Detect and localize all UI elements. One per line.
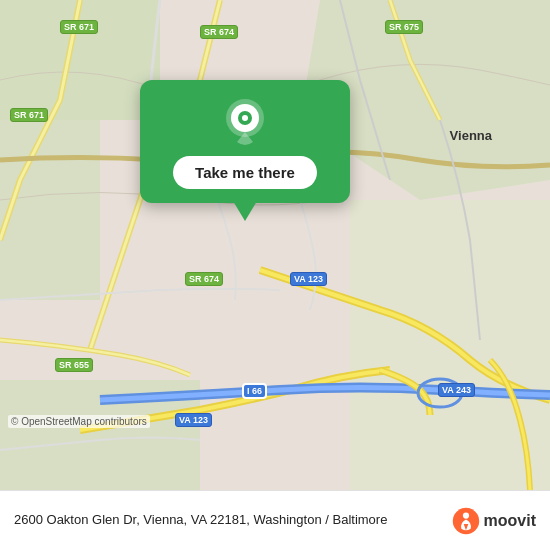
moovit-text: moovit — [484, 512, 536, 530]
road-label-sr655: SR 655 — [55, 358, 93, 372]
vienna-city-label: Vienna — [450, 128, 492, 143]
map-copyright: © OpenStreetMap contributors — [8, 415, 150, 428]
svg-point-12 — [462, 512, 468, 518]
address-line2: Baltimore — [332, 512, 387, 527]
svg-point-10 — [242, 115, 248, 121]
road-label-va123-bot: VA 123 — [175, 413, 212, 427]
road-label-va123-mid: VA 123 — [290, 272, 327, 286]
road-label-sr671-top: SR 671 — [60, 20, 98, 34]
road-label-sr675: SR 675 — [385, 20, 423, 34]
road-label-sr671-left: SR 671 — [10, 108, 48, 122]
bottom-bar: 2600 Oakton Glen Dr, Vienna, VA 22181, W… — [0, 490, 550, 550]
road-label-va243: VA 243 — [438, 383, 475, 397]
address-line1: 2600 Oakton Glen Dr, Vienna, VA 22181, W… — [14, 512, 329, 527]
road-label-i66: I 66 — [242, 383, 267, 399]
moovit-logo: moovit — [452, 507, 536, 535]
road-label-sr674-top: SR 674 — [200, 25, 238, 39]
map-container: Vienna SR 671 SR 671 SR 674 SR 675 SR 67… — [0, 0, 550, 490]
popup-card: Take me there — [140, 80, 350, 203]
popup-tail — [233, 201, 257, 221]
address-text: 2600 Oakton Glen Dr, Vienna, VA 22181, W… — [14, 511, 452, 529]
map-pin-icon — [223, 98, 267, 142]
road-label-sr674-mid: SR 674 — [185, 272, 223, 286]
svg-rect-2 — [0, 120, 100, 300]
svg-rect-1 — [0, 0, 160, 120]
moovit-brand-icon — [452, 507, 480, 535]
take-me-there-button[interactable]: Take me there — [173, 156, 317, 189]
